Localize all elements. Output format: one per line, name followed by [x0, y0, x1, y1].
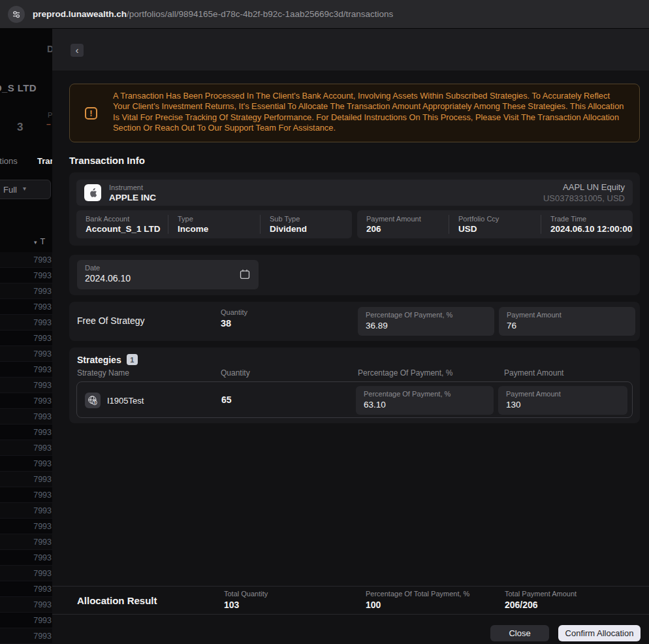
strategies-count-badge: 1 — [127, 354, 138, 365]
free-of-strategy-panel: Free Of Strategy Quantity 38 Percentage … — [69, 302, 640, 341]
sub-type-field: Sub Type Dividend — [260, 215, 352, 234]
close-button[interactable]: Close — [490, 625, 549, 641]
background-table-row: 7993 — [0, 519, 52, 534]
portfolio-ccy-label: Portfolio Ccy — [458, 215, 531, 223]
background-text-fragment-p: P — [48, 111, 52, 119]
background-table-row: 7993 — [0, 440, 52, 456]
background-table-row: 7993 — [0, 393, 52, 409]
background-table-row: 7993 — [0, 550, 52, 566]
payment-amount-value: 206 — [366, 224, 439, 234]
header-percentage: Percentage Of Payment, % — [358, 368, 452, 378]
background-table-row: 7993 — [0, 534, 52, 550]
strategies-panel: Strategies 1 Strategy Name Quantity Perc… — [69, 347, 640, 423]
percentage-total-value: 100 — [366, 600, 469, 610]
header-payment-amount: Payment Amount — [504, 368, 563, 378]
instrument-info: Instrument APPLE INC — [109, 184, 156, 202]
free-percentage-input[interactable]: Percentage Of Payment, % 36.89 — [358, 307, 494, 336]
total-quantity-label: Total Quantity — [224, 590, 268, 598]
date-value: 2024.06.10 — [85, 273, 251, 283]
total-payment-value: 206/206 — [505, 600, 577, 610]
background-table-row: 7993 — [0, 503, 52, 519]
strategies-title-text: Strategies — [77, 355, 121, 365]
apple-logo-icon — [84, 184, 101, 201]
date-input[interactable]: Date 2024.06.10 — [77, 260, 259, 289]
browser-address-bar[interactable]: preprod.lunawealth.ch/portfolios/all/989… — [0, 0, 649, 28]
allocation-result-title: Allocation Result — [77, 595, 157, 606]
total-payment-label: Total Payment Amount — [505, 590, 577, 598]
free-percentage-value: 36.89 — [366, 321, 486, 330]
instrument-label: Instrument — [109, 184, 156, 191]
filter-dropdown-value: Full — [3, 185, 17, 195]
sub-type-value: Dividend — [270, 224, 343, 234]
type-value: Income — [178, 224, 251, 234]
transaction-info-panel: Instrument APPLE INC AAPL UN Equity US03… — [69, 172, 640, 246]
free-of-strategy-quantity: Quantity 38 — [221, 308, 247, 329]
background-table-row: 7993 — [0, 581, 52, 597]
trade-time-label: Trade Time — [550, 215, 624, 223]
background-table-rows: 7993799379937993799379937993799379937993… — [0, 252, 52, 644]
confirm-allocation-button[interactable]: Confirm Allocation — [558, 625, 641, 641]
background-page-strip: D O_S LTD 3 P – Positions Transactions F… — [0, 28, 52, 644]
type-field: Type Income — [168, 215, 260, 234]
trade-time-field: Trade Time 2024.06.10 12:00:00 — [541, 215, 633, 234]
transaction-allocation-modal: ‹ ! A Transaction Has Been Processed In … — [52, 29, 649, 644]
total-quantity-value: 103 — [224, 600, 268, 610]
bank-account-field-card: Bank Account Account_S_1 LTD Type Income… — [76, 210, 352, 238]
strategies-title: Strategies 1 — [77, 354, 138, 365]
svg-text:$: $ — [94, 400, 96, 404]
background-sort-column: T — [40, 237, 46, 246]
instrument-name: APPLE INC — [109, 193, 156, 202]
date-label: Date — [85, 264, 251, 272]
allocation-result-bar: Allocation Result Total Quantity 103 Per… — [52, 586, 649, 615]
background-table-row: 7993 — [0, 628, 52, 644]
background-portfolio-name: O_S LTD — [0, 82, 37, 93]
back-button[interactable]: ‹ — [71, 44, 84, 57]
tab-transactions: Transactions — [37, 156, 52, 166]
modal-body: ! A Transaction Has Been Processed In Th… — [52, 71, 649, 644]
background-table-row: 7993 — [0, 409, 52, 425]
calendar-icon[interactable] — [239, 268, 251, 283]
url-text[interactable]: preprod.lunawealth.ch/portfolios/all/989… — [33, 9, 393, 19]
tab-positions: Positions — [0, 156, 18, 166]
background-table-row: 7993 — [0, 362, 52, 378]
background-table-row: 7993 — [0, 268, 52, 283]
chevron-left-icon: ‹ — [76, 45, 79, 55]
strategy-percentage-value: 63.10 — [364, 400, 486, 410]
warning-icon: ! — [85, 107, 97, 120]
free-payment-amount-input[interactable]: Payment Amount 76 — [499, 307, 635, 336]
background-table-row: 7993 — [0, 378, 52, 393]
free-of-strategy-title: Free Of Strategy — [77, 315, 144, 326]
warning-text: A Transaction Has Been Processed In The … — [113, 91, 627, 133]
bank-account-value: Account_S_1 LTD — [86, 224, 159, 234]
free-percentage-label: Percentage Of Payment, % — [366, 311, 486, 319]
background-table-row: 7993 — [0, 613, 52, 628]
instrument-card: Instrument APPLE INC AAPL UN Equity US03… — [76, 180, 633, 206]
background-table-row: 7993 — [0, 456, 52, 472]
free-payment-amount-value: 76 — [507, 321, 627, 330]
bank-account-label: Bank Account — [86, 215, 159, 223]
trade-time-value: 2024.06.10 12:00:00 — [550, 224, 624, 234]
date-panel: Date 2024.06.10 — [69, 255, 640, 295]
instrument-isin: US0378331005, USD — [543, 193, 625, 203]
strategy-payment-amount-label: Payment Amount — [506, 390, 620, 398]
free-payment-amount-label: Payment Amount — [507, 311, 627, 319]
strategy-quantity: 65 — [221, 394, 232, 405]
strategy-percentage-input[interactable]: Percentage Of Payment, % 63.10 — [356, 386, 494, 415]
background-table-row: 7993 — [0, 315, 52, 330]
modal-header: ‹ — [52, 29, 649, 71]
sort-caret-icon: ▾ — [34, 239, 37, 246]
background-table-sort-header: ▾T — [34, 237, 45, 246]
instrument-identifiers: AAPL UN Equity US0378331005, USD — [543, 182, 625, 203]
background-table-row: 7993 — [0, 346, 52, 362]
portfolio-ccy-field: Portfolio Ccy USD — [449, 215, 541, 234]
header-strategy-name: Strategy Name — [77, 368, 129, 378]
strategy-globe-icon: $ — [85, 393, 101, 408]
sub-type-label: Sub Type — [270, 215, 343, 223]
instrument-ticker: AAPL UN Equity — [543, 182, 625, 192]
quantity-value: 38 — [221, 318, 247, 329]
transaction-fields-row: Bank Account Account_S_1 LTD Type Income… — [76, 210, 633, 238]
total-quantity-group: Total Quantity 103 — [224, 590, 268, 610]
strategy-payment-amount-input[interactable]: Payment Amount 130 — [498, 386, 627, 415]
site-settings-icon[interactable] — [8, 6, 25, 23]
chevron-down-icon: ▾ — [23, 185, 26, 192]
